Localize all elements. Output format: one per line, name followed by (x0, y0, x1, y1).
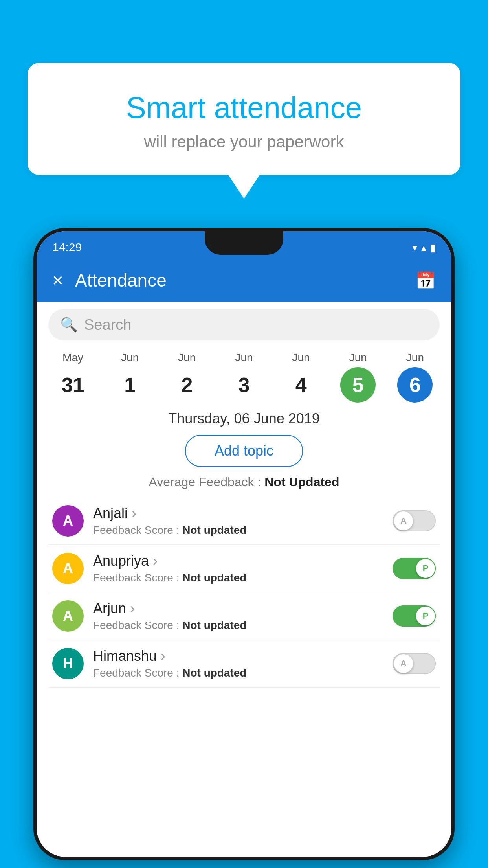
date-item-2[interactable]: Jun 2 (158, 351, 215, 403)
student-item-anjali: A Anjali Feedback Score : Not updated A (48, 497, 440, 545)
date-item-0[interactable]: May 31 (44, 351, 101, 403)
date-month-0: May (44, 351, 101, 364)
toggle-knob-anjali: A (394, 511, 413, 530)
phone-inner: 14:29 ▾ ▴ ▮ × Attendance 📅 🔍 Search May … (37, 231, 451, 857)
date-month-3: Jun (215, 351, 272, 364)
date-number-3: 3 (226, 367, 262, 403)
avg-feedback-label: Average Feedback : (149, 475, 261, 489)
status-time: 14:29 (52, 241, 82, 254)
avg-feedback-value: Not Updated (264, 475, 339, 489)
signal-icon: ▴ (421, 242, 426, 254)
app-bar-title: Attendance (75, 270, 415, 291)
calendar-icon[interactable]: 📅 (415, 271, 436, 290)
student-feedback-anupriya: Feedback Score : Not updated (93, 572, 393, 584)
date-number-0: 31 (55, 367, 91, 403)
date-number-5: 5 (340, 367, 376, 403)
date-month-1: Jun (101, 351, 158, 364)
date-item-3[interactable]: Jun 3 (215, 351, 272, 403)
date-month-6: Jun (387, 351, 444, 364)
avg-feedback: Average Feedback : Not Updated (48, 475, 440, 489)
student-info-himanshu: Himanshu Feedback Score : Not updated (93, 648, 393, 679)
student-feedback-arjun: Feedback Score : Not updated (93, 619, 393, 632)
phone-frame: 14:29 ▾ ▴ ▮ × Attendance 📅 🔍 Search May … (33, 228, 455, 860)
selected-date-label: Thursday, 06 June 2019 (48, 410, 440, 427)
student-item-anupriya: A Anupriya Feedback Score : Not updated … (48, 545, 440, 592)
student-name-anjali[interactable]: Anjali (93, 505, 393, 522)
student-name-arjun[interactable]: Arjun (93, 600, 393, 617)
search-icon: 🔍 (60, 316, 78, 333)
student-name-himanshu[interactable]: Himanshu (93, 648, 393, 664)
battery-icon: ▮ (430, 242, 436, 254)
student-feedback-anjali: Feedback Score : Not updated (93, 524, 393, 537)
toggle-knob-anupriya: P (416, 559, 435, 578)
app-bar: × Attendance 📅 (37, 259, 451, 302)
date-number-2: 2 (169, 367, 205, 403)
student-name-anupriya[interactable]: Anupriya (93, 553, 393, 569)
search-bar[interactable]: 🔍 Search (48, 309, 440, 340)
date-number-1: 1 (112, 367, 148, 403)
attendance-toggle-himanshu[interactable]: A (393, 653, 436, 674)
student-feedback-himanshu: Feedback Score : Not updated (93, 667, 393, 679)
phone-notch (205, 231, 283, 255)
speech-bubble-container: Smart attendance will replace your paper… (28, 63, 460, 199)
date-item-6[interactable]: Jun 6 (387, 351, 444, 403)
toggle-knob-himanshu: A (394, 654, 413, 673)
date-number-6: 6 (397, 367, 433, 403)
attendance-toggle-anjali[interactable]: A (393, 510, 436, 531)
search-placeholder: Search (84, 316, 131, 333)
student-avatar-arjun: A (52, 600, 84, 632)
date-item-4[interactable]: Jun 4 (273, 351, 330, 403)
date-item-1[interactable]: Jun 1 (101, 351, 158, 403)
date-month-2: Jun (158, 351, 215, 364)
date-number-4: 4 (283, 367, 319, 403)
status-icons: ▾ ▴ ▮ (412, 242, 436, 254)
student-item-arjun: A Arjun Feedback Score : Not updated P (48, 592, 440, 640)
speech-bubble-subtitle: will replace your paperwork (51, 132, 437, 151)
speech-bubble: Smart attendance will replace your paper… (28, 63, 460, 175)
speech-bubble-arrow (228, 175, 260, 199)
toggle-knob-arjun: P (416, 607, 435, 625)
wifi-icon: ▾ (412, 242, 417, 254)
student-list: A Anjali Feedback Score : Not updated A … (48, 497, 440, 688)
student-info-anupriya: Anupriya Feedback Score : Not updated (93, 553, 393, 584)
student-info-anjali: Anjali Feedback Score : Not updated (93, 505, 393, 537)
student-avatar-anjali: A (52, 505, 84, 537)
date-month-5: Jun (330, 351, 387, 364)
attendance-toggle-arjun[interactable]: P (393, 605, 436, 627)
student-avatar-himanshu: H (52, 648, 84, 679)
date-scroll: May 31 Jun 1 Jun 2 Jun 3 Jun 4 Jun 5 (37, 348, 451, 406)
content-area: Thursday, 06 June 2019 Add topic Average… (37, 406, 451, 691)
student-info-arjun: Arjun Feedback Score : Not updated (93, 600, 393, 632)
date-month-4: Jun (273, 351, 330, 364)
student-item-himanshu: H Himanshu Feedback Score : Not updated … (48, 640, 440, 688)
date-item-5[interactable]: Jun 5 (330, 351, 387, 403)
attendance-toggle-anupriya[interactable]: P (393, 558, 436, 579)
close-button[interactable]: × (52, 271, 63, 290)
add-topic-button[interactable]: Add topic (185, 435, 303, 467)
student-avatar-anupriya: A (52, 553, 84, 584)
speech-bubble-title: Smart attendance (51, 90, 437, 125)
